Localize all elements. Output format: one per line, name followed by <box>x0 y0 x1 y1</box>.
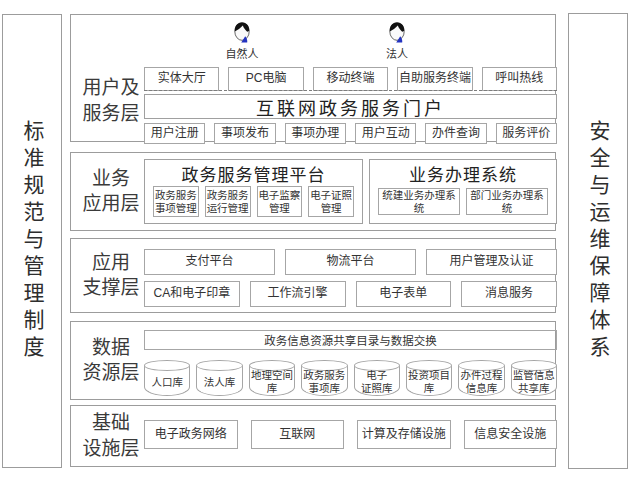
database-cylinder-case-process: 办件过程 信息库 <box>458 366 504 396</box>
layer-user-service-label: 用户及 服务层 <box>77 75 145 126</box>
infrastructure-box: 电子政务网络 <box>144 420 238 449</box>
business-handling-systems: 业务办理系统 统建业务办理系统 部门业务办理系统 <box>369 159 557 224</box>
dashed-divider <box>144 90 557 91</box>
sidebar-standards-label: 标准规范与管理制度 <box>17 120 47 363</box>
infrastructure-box: 互联网 <box>251 420 345 449</box>
infrastructure-box: 计算及存储设施 <box>357 420 451 449</box>
layer-business-app: 业务 应用层 政务服务管理平台 政务服务 事项管理 政务服务 运行管理 电子监察… <box>70 152 556 231</box>
internet-gov-service-portal: 互联网政务服务门户 <box>144 94 557 119</box>
database-cylinder-service-items: 政务服务 事项库 <box>301 366 347 396</box>
layer-infrastructure-label: 基础 设施层 <box>77 410 145 461</box>
support-service-box: 消息服务 <box>461 281 557 307</box>
channel-box: PC电脑 <box>228 67 303 91</box>
support-service-box: 物流平台 <box>285 249 416 275</box>
legal-person-icon <box>387 21 407 44</box>
portal-function-box: 事项发布 <box>214 123 275 144</box>
layer-app-support-label: 应用 支撑层 <box>77 250 145 301</box>
infrastructure-box: 信息安全设施 <box>464 420 558 449</box>
portal-function-box: 办件查询 <box>425 123 486 144</box>
layer-data-resource: 数据 资源层 政务信息资源共享目录与数据交换 人口库 法人库 地理空间 库 政务… <box>70 321 556 400</box>
actor-natural-person: 自然人 <box>207 21 277 61</box>
platform-module-row: 政务服务 事项管理 政务服务 运行管理 电子监察 管理 电子证照 管理 <box>153 186 354 217</box>
support-row-1: 支付平台 物流平台 用户管理及认证 <box>144 249 557 275</box>
layer-user-service: 用户及 服务层 自然人 法人 实体大厅 PC电脑 移动终端 自助服务终端 呼叫热… <box>70 14 556 142</box>
gov-service-mgmt-platform: 政务服务管理平台 政务服务 事项管理 政务服务 运行管理 电子监察 管理 电子证… <box>144 159 363 224</box>
database-cylinder-population: 人口库 <box>144 366 190 396</box>
portal-function-box: 服务评价 <box>496 123 557 144</box>
support-service-box: 用户管理及认证 <box>426 249 557 275</box>
portal-function-box: 用户注册 <box>144 123 205 144</box>
sidebar-security-ops-label: 安全与运维保障体系 <box>583 120 613 363</box>
layer-business-app-label: 业务 应用层 <box>77 166 145 217</box>
gov-service-mgmt-platform-title: 政务服务管理平台 <box>153 160 354 186</box>
portal-function-row: 用户注册 事项发布 事项办理 用户互动 办件查询 服务评价 <box>144 123 557 144</box>
business-handling-systems-title: 业务办理系统 <box>378 160 548 186</box>
database-cylinder-geospatial: 地理空间 库 <box>249 366 295 396</box>
support-service-box: 支付平台 <box>144 249 275 275</box>
business-groups-row: 政务服务管理平台 政务服务 事项管理 政务服务 运行管理 电子监察 管理 电子证… <box>144 159 557 224</box>
systems-module-row: 统建业务办理系统 部门业务办理系统 <box>378 188 548 215</box>
portal-function-box: 用户互动 <box>355 123 416 144</box>
system-module-box: 统建业务办理系统 <box>378 188 460 215</box>
database-row: 人口库 法人库 地理空间 库 政务服务 事项库 电子 证照库 投资项目 库 办件… <box>144 360 557 396</box>
layer-infrastructure: 基础 设施层 电子政务网络 互联网 计算及存储设施 信息安全设施 <box>70 405 556 467</box>
platform-module-box: 政务服务 事项管理 <box>153 186 199 217</box>
actor-natural-person-label: 自然人 <box>226 45 259 61</box>
sidebar-standards: 标准规范与管理制度 <box>2 14 62 468</box>
platform-module-box: 政务服务 运行管理 <box>205 186 251 217</box>
infrastructure-row: 电子政务网络 互联网 计算及存储设施 信息安全设施 <box>144 420 557 449</box>
actor-legal-person-label: 法人 <box>386 45 408 61</box>
layer-data-resource-label: 数据 资源层 <box>77 335 145 386</box>
database-cylinder-investment: 投资项目 库 <box>406 366 452 396</box>
channel-box: 实体大厅 <box>144 67 219 91</box>
egov-architecture-diagram: 标准规范与管理制度 安全与运维保障体系 用户及 服务层 自然人 法人 实体大厅 <box>0 0 630 480</box>
channel-box: 呼叫热线 <box>482 67 557 91</box>
support-service-box: 电子表单 <box>356 281 452 307</box>
support-row-2: CA和电子印章 工作流引擎 电子表单 消息服务 <box>144 281 557 307</box>
support-service-box: 工作流引擎 <box>250 281 346 307</box>
actor-legal-person: 法人 <box>362 21 432 61</box>
data-exchange-bar: 政务信息资源共享目录与数据交换 <box>144 330 557 350</box>
layer-app-support: 应用 支撑层 支付平台 物流平台 用户管理及认证 CA和电子印章 工作流引擎 电… <box>70 238 556 313</box>
natural-person-icon <box>232 21 252 44</box>
platform-module-box: 电子证照 管理 <box>308 186 354 217</box>
channel-box: 移动终端 <box>313 67 388 91</box>
platform-module-box: 电子监察 管理 <box>257 186 303 217</box>
channel-box: 自助服务终端 <box>397 67 472 91</box>
portal-function-box: 事项办理 <box>285 123 346 144</box>
system-module-box: 部门业务办理系统 <box>466 188 548 215</box>
sidebar-security-ops: 安全与运维保障体系 <box>568 13 628 469</box>
support-service-box: CA和电子印章 <box>144 281 240 307</box>
database-cylinder-supervision: 监管信息 共享库 <box>511 366 557 396</box>
database-cylinder-legal-entity: 法人库 <box>196 366 242 396</box>
database-cylinder-e-license: 电子 证照库 <box>354 366 400 396</box>
channel-row: 实体大厅 PC电脑 移动终端 自助服务终端 呼叫热线 <box>144 67 557 91</box>
